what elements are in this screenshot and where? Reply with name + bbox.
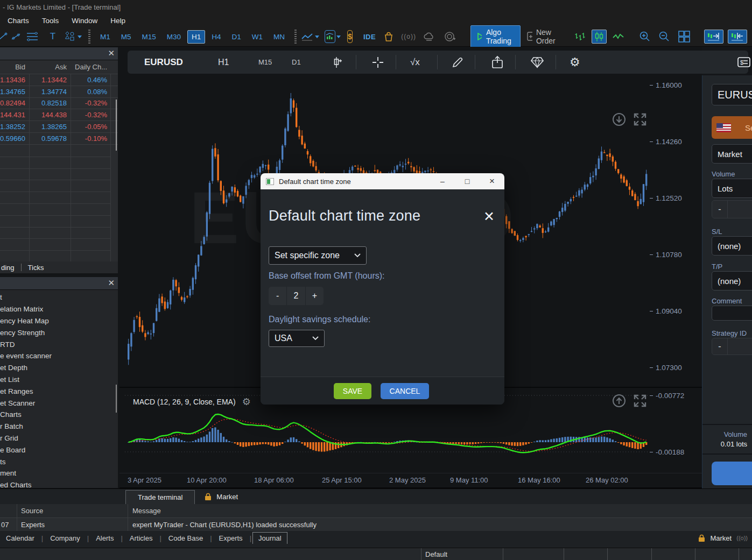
list-item[interactable]: ment (0, 467, 118, 479)
dialog-close-icon[interactable]: ✕ (483, 209, 495, 224)
table-row[interactable]: 1.38252 1.38265 -0.05% (0, 121, 118, 133)
list-item[interactable]: RTD (0, 338, 118, 350)
dst-select[interactable]: USA (269, 330, 325, 347)
timeframe-button[interactable]: M1 (96, 30, 115, 44)
order-ticket-icon[interactable]: $ (737, 51, 750, 74)
toolbar-drag-handle[interactable] (88, 30, 90, 44)
close-icon[interactable]: ✕ (108, 278, 115, 288)
tab-market[interactable]: Market (205, 493, 238, 501)
symbol-input[interactable]: EURUSD (712, 84, 752, 105)
indicator-panel-icon[interactable] (325, 30, 335, 43)
increment-button[interactable]: + (306, 287, 324, 305)
order-type-select[interactable]: Market (712, 144, 752, 164)
list-item[interactable]: et Scanner (0, 397, 118, 409)
crosshair-icon[interactable] (371, 51, 384, 74)
tab-ticks[interactable]: Ticks (28, 264, 44, 272)
save-button[interactable]: SAVE (334, 383, 371, 399)
timeframe-button[interactable]: M30 (163, 30, 185, 44)
line-chart-type-icon[interactable] (301, 29, 314, 44)
copy-trading-icon[interactable] (444, 29, 456, 44)
text-tool-icon[interactable]: T (46, 29, 59, 44)
menu-item[interactable]: Window (72, 17, 97, 25)
tab-articles[interactable]: Articles (124, 532, 159, 544)
shapes-icon[interactable] (64, 29, 76, 44)
minus-button[interactable]: - (712, 338, 728, 355)
dialog-title-bar[interactable]: Default chart time zone – □ × (261, 173, 504, 189)
timeframe-button[interactable]: H4 (207, 30, 225, 44)
timeframe-button[interactable]: W1 (248, 30, 267, 44)
market-watch-column-headers[interactable]: BidAskDaily Ch... (0, 60, 118, 74)
list-item[interactable]: ts (0, 456, 118, 467)
tab-journal[interactable]: Journal (252, 532, 287, 544)
fib-lines-icon[interactable] (26, 29, 39, 44)
expand-macd-icon[interactable] (633, 394, 647, 408)
menu-item[interactable]: Charts (8, 17, 29, 25)
sl-input[interactable]: (none) (712, 236, 752, 256)
table-row[interactable]: 1.13436 1.13442 0.46% (0, 74, 118, 86)
vertical-scrollbar[interactable] (116, 100, 117, 151)
tab-alerts[interactable]: Alerts (90, 532, 120, 544)
decrement-button[interactable]: - (269, 287, 287, 305)
list-item[interactable]: r Batch (0, 421, 118, 433)
signals-icon[interactable]: ((o)) (402, 29, 415, 44)
draw-pencil-icon[interactable] (451, 51, 464, 74)
scroll-to-end-button[interactable] (704, 30, 723, 44)
vertical-scrollbar[interactable] (116, 385, 117, 413)
tab-trading[interactable]: ding (1, 264, 15, 272)
download-data-icon[interactable] (612, 112, 626, 126)
table-row[interactable]: 0.59660 0.59678 -0.10% (0, 133, 118, 145)
line-mode-icon[interactable] (612, 29, 625, 44)
candle-mode-button[interactable] (592, 30, 607, 44)
place-order-button[interactable] (712, 462, 752, 485)
maximize-button[interactable]: □ (455, 177, 480, 186)
tab-trade-terminal[interactable]: Trade terminal (125, 490, 195, 504)
zoom-in-icon[interactable] (638, 29, 651, 44)
table-row[interactable]: 0.82494 0.82518 -0.32% (0, 98, 118, 110)
timeframe-button[interactable]: M15 (138, 30, 160, 44)
new-order-button[interactable]: New Order (523, 26, 563, 47)
tab-calendar[interactable]: Calendar (0, 532, 40, 544)
list-item[interactable]: e Board (0, 444, 118, 456)
list-item[interactable]: Charts (0, 409, 118, 421)
list-item[interactable]: e event scanner (0, 350, 118, 362)
macd-settings-gear-icon[interactable]: ⚙ (242, 396, 251, 408)
journal-row[interactable]: 07 Experts expert MyTrader - Chart (EURU… (0, 518, 752, 531)
dollar-tool-icon[interactable]: $ (347, 30, 353, 43)
volume-units-select[interactable]: Lots (712, 179, 752, 198)
sell-button[interactable]: Sell (712, 116, 752, 139)
tab-company[interactable]: Company (44, 532, 86, 544)
tile-windows-icon[interactable] (678, 29, 691, 44)
timeframe-button[interactable]: MN (269, 30, 289, 44)
timeframe-button[interactable]: M5 (117, 30, 136, 44)
table-row[interactable]: 1.34765 1.34774 0.08% (0, 86, 118, 98)
navigator-header[interactable]: ✕ (0, 277, 118, 290)
share-icon[interactable] (491, 51, 504, 74)
ide-button[interactable]: IDE (363, 33, 376, 41)
list-item[interactable]: elation Matrix (0, 303, 118, 315)
minimize-button[interactable]: – (430, 177, 455, 186)
list-item[interactable]: et Depth (0, 362, 118, 374)
interval-settings-icon[interactable] (332, 51, 344, 74)
shift-from-end-button[interactable] (728, 30, 747, 44)
chart-type-caret[interactable] (315, 36, 319, 38)
indicators-icon[interactable]: √x (410, 51, 420, 74)
journal-header-row[interactable]: Source Message (0, 504, 752, 518)
bar-chart-mode-icon[interactable] (573, 29, 586, 44)
minus-button[interactable]: - (712, 201, 728, 218)
chart-timeframe-main[interactable]: H1 (218, 51, 229, 74)
market-bag-icon[interactable] (382, 29, 395, 44)
chart-timeframe-d1[interactable]: D1 (292, 51, 301, 74)
volume-stepper[interactable]: - (712, 200, 752, 218)
cloud-icon[interactable] (423, 29, 435, 44)
cancel-button[interactable]: CANCEL (381, 383, 429, 399)
zone-mode-select[interactable]: Set specific zone (269, 246, 367, 265)
timeframe-button[interactable]: H1 (187, 30, 205, 44)
list-item[interactable]: t (0, 292, 118, 303)
list-item[interactable]: et Ranges (0, 385, 118, 397)
shapes-dropdown-caret[interactable] (78, 36, 82, 38)
table-row[interactable]: 144.431 144.438 -0.32% (0, 109, 118, 121)
premium-diamond-icon[interactable] (530, 51, 545, 74)
list-item[interactable]: ency Strength (0, 327, 118, 338)
tab-code-base[interactable]: Code Base (163, 532, 209, 544)
cursor-line-icon[interactable] (0, 29, 10, 44)
